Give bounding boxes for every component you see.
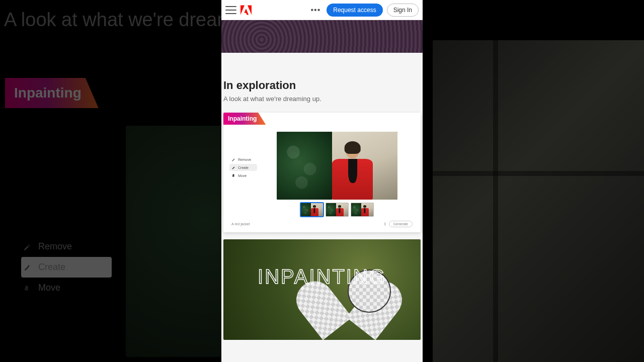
generated-image[interactable] [277, 132, 397, 200]
more-menu[interactable]: ••• [308, 6, 323, 15]
sign-in-button[interactable]: Sign In [387, 4, 419, 17]
bg-tool-remove[interactable]: Remove [21, 236, 112, 257]
hand-icon [231, 173, 235, 177]
bg-heading: A look at what we're dreami [4, 9, 237, 31]
card-tool-move[interactable]: Move [229, 172, 257, 179]
wand-icon [231, 157, 235, 161]
mobile-viewport: ••• Request access Sign In In exploratio… [221, 0, 423, 362]
bg-tool-move[interactable]: Move [21, 278, 112, 298]
bg-window-image [433, 40, 644, 362]
variation-count: 3 [384, 222, 386, 226]
wand-icon [23, 243, 30, 250]
card-tool-panel: Remove Create Move [229, 132, 257, 217]
generate-button[interactable]: Generate [389, 221, 413, 227]
bg-tool-panel: Remove Create Move [21, 236, 112, 298]
svg-point-0 [29, 244, 30, 245]
bg-feature-tag: Inpainting [5, 78, 99, 108]
menu-icon[interactable] [225, 6, 236, 14]
bg-tool-move-label: Move [38, 283, 60, 293]
inpainting-tag: Inpainting [223, 113, 266, 125]
card-preview-area [261, 132, 413, 217]
card-tool-remove[interactable]: Remove [229, 156, 257, 163]
prompt-bar: A red jacket 3 Generate [223, 221, 421, 232]
thumbnail-3[interactable] [351, 203, 374, 217]
page-content: In exploration A look at what we're drea… [221, 53, 423, 340]
svg-point-1 [29, 245, 30, 246]
card-tool-move-label: Move [238, 174, 247, 177]
inpainting-card: Inpainting Remove Create Move [223, 113, 421, 232]
hero-image-strip [221, 20, 423, 53]
request-access-button[interactable]: Request access [327, 4, 382, 17]
card-tool-create-label: Create [238, 166, 249, 169]
inpainting-tag-large: Inpainting [5, 78, 99, 108]
brush-cursor [348, 269, 391, 313]
section-subtitle: A look at what we're dreaming up. [223, 95, 421, 103]
brush-icon [23, 264, 30, 271]
top-bar: ••• Request access Sign In [221, 0, 423, 20]
thumbnail-2[interactable] [326, 203, 349, 217]
thumbnail-row [300, 203, 374, 217]
section-title: In exploration [223, 79, 421, 92]
bg-tool-remove-label: Remove [38, 241, 72, 252]
brush-icon [231, 165, 235, 169]
erase-demo-card [223, 239, 421, 340]
prompt-text[interactable]: A red jacket [231, 222, 250, 226]
bg-tool-create-label: Create [38, 262, 65, 273]
card-tool-remove-label: Remove [238, 158, 251, 161]
thumbnail-1[interactable] [300, 203, 324, 217]
hand-icon [23, 285, 30, 292]
bg-tool-create[interactable]: Create [21, 257, 112, 278]
card-tool-create[interactable]: Create [229, 164, 257, 171]
adobe-logo [240, 5, 252, 15]
